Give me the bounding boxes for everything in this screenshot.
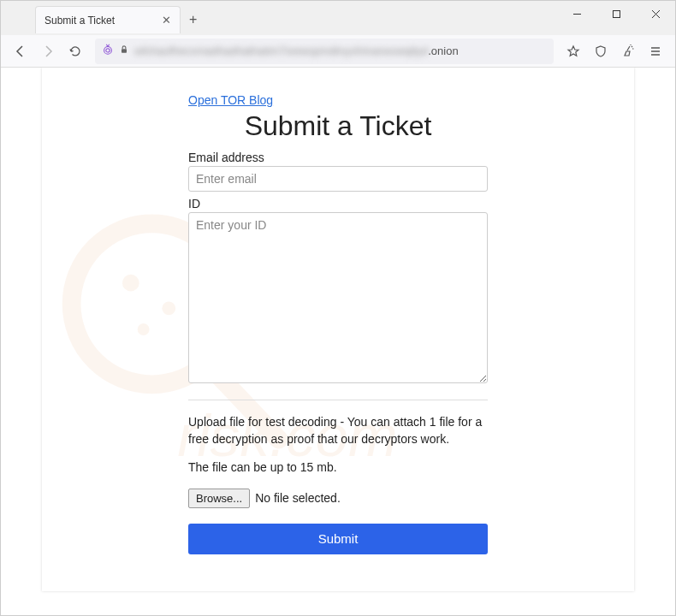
url-text: wfchaofhecxmadhadhathatim7ixewopmdtnysfv… (134, 44, 547, 57)
onion-icon (102, 44, 114, 58)
svg-point-12 (122, 275, 139, 292)
address-bar[interactable]: wfchaofhecxmadhadhathatim7ixewopmdtnysfv… (95, 38, 554, 64)
tab-strip: Submit a Ticket ✕ + (1, 1, 557, 33)
browser-tab[interactable]: Submit a Ticket ✕ (35, 6, 181, 33)
back-button[interactable] (8, 38, 33, 64)
id-field[interactable] (188, 212, 488, 383)
svg-point-14 (138, 323, 150, 335)
email-label: Email address (188, 151, 488, 164)
svg-rect-1 (613, 10, 620, 17)
svg-point-5 (106, 49, 110, 52)
file-status-text: No file selected. (255, 491, 341, 505)
page-title: Submit a Ticket (188, 110, 488, 142)
toolbar: wfchaofhecxmadhadhathatim7ixewopmdtnysfv… (1, 35, 675, 68)
tab-title: Submit a Ticket (44, 15, 160, 27)
close-window-button[interactable] (636, 1, 675, 27)
file-picker-row: Browse... No file selected. (188, 489, 488, 508)
broom-icon[interactable] (615, 38, 641, 64)
email-field[interactable] (188, 166, 488, 192)
forward-button[interactable] (35, 38, 61, 64)
bookmark-icon[interactable] (560, 38, 586, 64)
svg-rect-6 (122, 49, 127, 53)
maximize-button[interactable] (596, 1, 636, 27)
new-tab-button[interactable]: + (181, 12, 205, 27)
shield-icon[interactable] (588, 38, 614, 64)
browse-button[interactable]: Browse... (188, 489, 250, 508)
svg-point-13 (162, 301, 175, 315)
separator (188, 400, 488, 400)
close-tab-icon[interactable]: ✕ (160, 14, 173, 27)
reload-button[interactable] (62, 38, 88, 64)
viewport: PC risk.com Open TOR Blog Submit a Ticke… (1, 68, 675, 615)
page-content: PC risk.com Open TOR Blog Submit a Ticke… (42, 68, 634, 591)
upload-instructions: Upload file for test decoding - You can … (188, 414, 488, 447)
submit-button[interactable]: Submit (188, 524, 488, 554)
titlebar: Submit a Ticket ✕ + (1, 1, 675, 35)
lock-icon (119, 44, 129, 57)
window-controls (557, 1, 675, 27)
menu-icon[interactable] (643, 38, 668, 64)
ticket-form: Open TOR Blog Submit a Ticket Email addr… (188, 93, 488, 554)
minimize-button[interactable] (557, 1, 596, 27)
id-label: ID (188, 197, 488, 210)
svg-point-4 (104, 47, 112, 55)
open-tor-blog-link[interactable]: Open TOR Blog (188, 93, 273, 107)
size-limit-text: The file can be up to 15 mb. (188, 459, 488, 477)
browser-window: Submit a Ticket ✕ + (0, 0, 676, 616)
